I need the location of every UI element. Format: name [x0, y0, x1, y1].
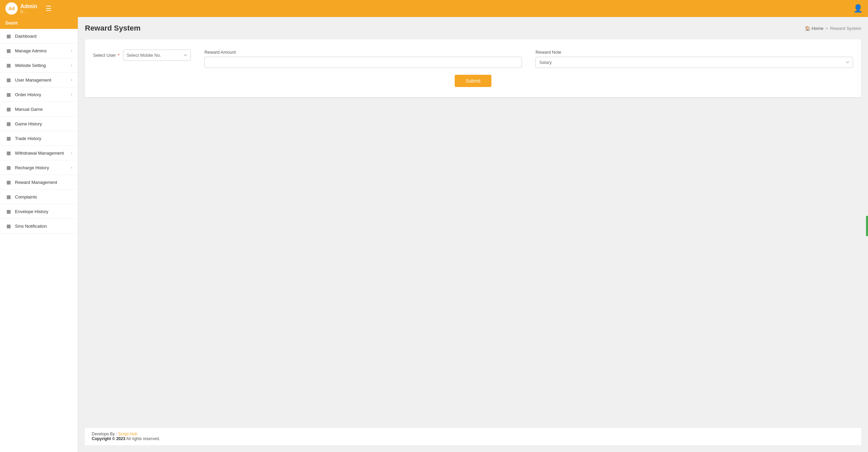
sidebar-icon-manage-admins: ▦	[5, 48, 12, 54]
sidebar-label-dashboard: Dashboard	[15, 34, 37, 39]
navbar-logo: Ad Admin D...	[5, 2, 37, 15]
sidebar-item-left-envelope-history: ▦ Envelope History	[5, 208, 48, 214]
sidebar-label-order-history: Order History	[15, 92, 41, 97]
sidebar-item-left-manage-admins: ▦ Manage Admins	[5, 48, 47, 54]
breadcrumb: 🏠 Home > Reward System	[805, 26, 861, 31]
chevron-icon-manage-admins: ‹	[71, 48, 72, 53]
logo-title: Admin	[20, 3, 37, 10]
reward-note-group: Reward Note Salary Bonus Commission Othe…	[536, 50, 853, 68]
sidebar-item-left-game-history: ▦ Game History	[5, 121, 42, 127]
sidebar-item-left-reward-management: ▦ Reward Management	[5, 179, 57, 185]
logo-info: Admin D...	[20, 3, 37, 14]
sidebar-item-website-setting[interactable]: ▦ Website Setting ‹	[0, 58, 78, 73]
sidebar-label-withdrawal-management: Withdrawal Management	[15, 151, 64, 156]
sidebar-item-recharge-history[interactable]: ▦ Recharge History ‹	[0, 160, 78, 175]
reward-note-dropdown[interactable]: Salary Bonus Commission Other	[536, 57, 853, 68]
home-icon: 🏠	[805, 26, 810, 31]
user-profile-button[interactable]: 👤	[853, 4, 863, 13]
sidebar-header: Dasht	[0, 17, 78, 29]
footer-rights: All rights reserved.	[126, 436, 160, 441]
sidebar-icon-trade-history: ▦	[5, 135, 12, 141]
sidebar-items-container: ▦ Dashboard ▦ Manage Admins ‹ ▦ Website …	[0, 29, 78, 233]
footer-copyright: Copyright © 2023	[92, 436, 125, 441]
submit-button[interactable]: Submit	[455, 75, 491, 87]
chevron-icon-recharge-history: ‹	[71, 165, 72, 170]
page-header: Reward System 🏠 Home > Reward System	[85, 24, 861, 33]
sidebar-item-withdrawal-management[interactable]: ▦ Withdrawal Management ‹	[0, 146, 78, 160]
sidebar-icon-withdrawal-management: ▦	[5, 150, 12, 156]
sidebar-label-recharge-history: Recharge History	[15, 165, 49, 170]
logo-initials: Ad	[8, 6, 15, 11]
layout: Dasht ▦ Dashboard ▦ Manage Admins ‹ ▦ We…	[0, 17, 868, 452]
navbar-left: Ad Admin D... ☰	[5, 2, 54, 15]
sidebar-label-complaints: Complaints	[15, 194, 37, 199]
sidebar-icon-sms-notification: ▦	[5, 223, 12, 229]
footer-link[interactable]: Script Hub	[118, 432, 137, 436]
sidebar-item-left-withdrawal-management: ▦ Withdrawal Management	[5, 150, 64, 156]
user-icon: 👤	[853, 4, 863, 13]
required-star: *	[118, 53, 120, 58]
chevron-icon-order-history: ‹	[71, 92, 72, 97]
sidebar: Dasht ▦ Dashboard ▦ Manage Admins ‹ ▦ We…	[0, 17, 78, 452]
breadcrumb-home: 🏠 Home	[805, 26, 824, 31]
sidebar-icon-reward-management: ▦	[5, 179, 12, 185]
navbar: Ad Admin D... ☰ 👤	[0, 0, 868, 17]
sidebar-label-envelope-history: Envelope History	[15, 209, 48, 214]
sidebar-item-trade-history[interactable]: ▦ Trade History	[0, 131, 78, 146]
form-row-main: Select User * Select Mobile No. Reward A…	[93, 50, 853, 68]
sidebar-label-user-management: User Management	[15, 77, 51, 83]
hamburger-icon: ☰	[46, 5, 52, 12]
sidebar-item-manage-admins[interactable]: ▦ Manage Admins ‹	[0, 44, 78, 58]
sidebar-label-website-setting: Website Setting	[15, 63, 46, 68]
chevron-icon-website-setting: ‹	[71, 63, 72, 68]
sidebar-item-reward-management[interactable]: ▦ Reward Management	[0, 175, 78, 190]
select-user-group: Select User * Select Mobile No.	[93, 50, 191, 61]
footer: Develope By : Script Hub Copyright © 202…	[85, 427, 861, 445]
footer-prefix: Develope By :	[92, 432, 118, 436]
sidebar-item-order-history[interactable]: ▦ Order History ‹	[0, 87, 78, 102]
sidebar-icon-dashboard: ▦	[5, 33, 12, 39]
reward-amount-input[interactable]	[204, 57, 522, 68]
sidebar-item-game-history[interactable]: ▦ Game History	[0, 117, 78, 131]
sidebar-icon-manual-game: ▦	[5, 106, 12, 112]
sidebar-item-dashboard[interactable]: ▦ Dashboard	[0, 29, 78, 44]
page-title: Reward System	[85, 24, 141, 33]
chevron-icon-user-management: ‹	[71, 77, 72, 82]
sidebar-icon-website-setting: ▦	[5, 62, 12, 68]
sidebar-item-left-order-history: ▦ Order History	[5, 91, 41, 98]
sidebar-icon-game-history: ▦	[5, 121, 12, 127]
sidebar-item-left-manual-game: ▦ Manual Game	[5, 106, 43, 112]
navbar-right: 👤	[853, 4, 863, 13]
logo-circle: Ad	[5, 2, 18, 15]
sidebar-icon-complaints: ▦	[5, 194, 12, 200]
sidebar-item-left-dashboard: ▦ Dashboard	[5, 33, 37, 39]
reward-amount-label: Reward Amount	[204, 50, 522, 55]
sidebar-icon-order-history: ▦	[5, 91, 12, 98]
sidebar-label-trade-history: Trade History	[15, 136, 41, 141]
sidebar-item-left-sms-notification: ▦ Sms Notification	[5, 223, 47, 229]
sidebar-item-left-trade-history: ▦ Trade History	[5, 135, 41, 141]
sidebar-item-user-management[interactable]: ▦ User Management ‹	[0, 73, 78, 87]
breadcrumb-current: Reward System	[830, 26, 861, 31]
scroll-indicator	[866, 216, 868, 236]
reward-note-label: Reward Note	[536, 50, 853, 55]
sidebar-icon-recharge-history: ▦	[5, 164, 12, 171]
sidebar-item-manual-game[interactable]: ▦ Manual Game	[0, 102, 78, 117]
select-user-label: Select User *	[93, 53, 120, 58]
sidebar-item-left-complaints: ▦ Complaints	[5, 194, 37, 200]
sidebar-item-complaints[interactable]: ▦ Complaints	[0, 190, 78, 204]
select-user-dropdown[interactable]: Select Mobile No.	[123, 50, 191, 61]
sidebar-icon-envelope-history: ▦	[5, 208, 12, 214]
main-content: Reward System 🏠 Home > Reward System Sel…	[78, 17, 868, 452]
sidebar-item-left-recharge-history: ▦ Recharge History	[5, 164, 49, 171]
hamburger-button[interactable]: ☰	[43, 3, 54, 14]
reward-amount-group: Reward Amount	[204, 50, 522, 68]
sidebar-label-reward-management: Reward Management	[15, 180, 57, 185]
breadcrumb-home-label: Home	[812, 26, 824, 31]
sidebar-item-envelope-history[interactable]: ▦ Envelope History	[0, 204, 78, 219]
sidebar-label-sms-notification: Sms Notification	[15, 224, 47, 229]
submit-row: Submit	[93, 75, 853, 87]
sidebar-item-sms-notification[interactable]: ▦ Sms Notification	[0, 219, 78, 233]
sidebar-item-left-user-management: ▦ User Management	[5, 77, 51, 83]
sidebar-label-manage-admins: Manage Admins	[15, 48, 47, 53]
